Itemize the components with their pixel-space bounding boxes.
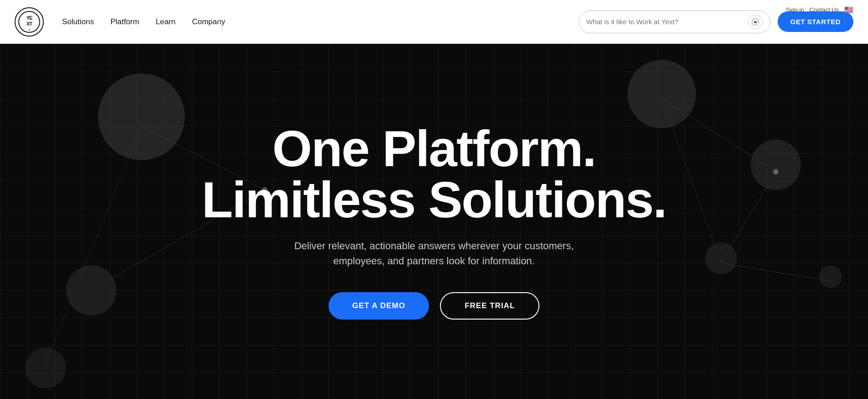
nav-learn[interactable]: Learn <box>156 17 175 26</box>
logo[interactable]: YE XT ® <box>15 7 44 37</box>
svg-point-17 <box>705 242 737 274</box>
sign-in-link[interactable]: Sign in <box>786 6 804 13</box>
svg-text:YE: YE <box>754 21 756 23</box>
topbar-links: Sign in Contact Us 🇺🇸 <box>786 5 853 14</box>
free-trial-button[interactable]: FREE TRIAL <box>440 292 539 320</box>
yext-search-icon: YE <box>751 18 759 26</box>
navbar: Sign in Contact Us 🇺🇸 YE XT ® Solutions … <box>0 0 868 44</box>
svg-text:XT: XT <box>26 21 32 26</box>
svg-text:YE: YE <box>26 15 32 21</box>
hero-headline: One Platform. Limitless Solutions. <box>202 123 666 226</box>
hero-headline-line1: One Platform. <box>272 120 596 177</box>
logo-circle: YE XT ® <box>15 7 44 37</box>
hero-headline-line2: Limitless Solutions. <box>202 171 666 228</box>
hero-content: One Platform. Limitless Solutions. Deliv… <box>183 123 685 320</box>
svg-point-21 <box>773 169 779 174</box>
hero-buttons: GET A DEMO FREE TRIAL <box>202 292 666 320</box>
search-bar: YE <box>579 10 770 33</box>
svg-point-15 <box>751 140 801 190</box>
contact-us-link[interactable]: Contact Us <box>810 6 839 13</box>
svg-line-10 <box>721 263 831 281</box>
svg-line-12 <box>46 126 141 363</box>
flag-icon: 🇺🇸 <box>844 5 853 14</box>
get-started-button[interactable]: GET STARTED <box>778 11 853 32</box>
get-demo-button[interactable]: GET A DEMO <box>329 292 429 320</box>
nav-platform[interactable]: Platform <box>110 17 139 26</box>
svg-point-14 <box>627 60 696 128</box>
nav-solutions[interactable]: Solutions <box>62 17 94 26</box>
svg-point-18 <box>819 265 842 288</box>
svg-point-16 <box>66 265 116 315</box>
nav-company[interactable]: Company <box>192 17 225 26</box>
search-input[interactable] <box>586 18 743 26</box>
yext-logo-svg: YE XT ® <box>18 10 41 33</box>
search-icon-button[interactable]: YE <box>748 15 763 29</box>
nav-links: Solutions Platform Learn Company <box>62 17 579 26</box>
hero-section: One Platform. Limitless Solutions. Deliv… <box>0 44 868 399</box>
hero-subtext: Deliver relevant, actionable answers whe… <box>274 238 594 268</box>
svg-point-13 <box>98 74 185 160</box>
svg-point-19 <box>25 347 66 388</box>
svg-text:®: ® <box>29 29 31 31</box>
